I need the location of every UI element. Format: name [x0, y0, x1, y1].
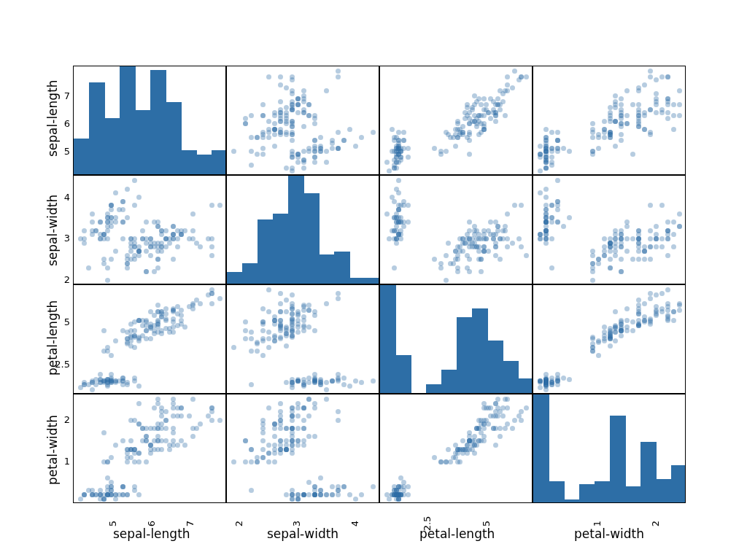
xtick: 5 [107, 521, 118, 526]
data-point [555, 207, 560, 212]
data-point [624, 236, 630, 241]
data-point [396, 207, 401, 212]
hist-bar [196, 155, 212, 174]
data-point [549, 236, 554, 241]
data-point [272, 459, 277, 464]
data-point [455, 253, 460, 258]
data-point [217, 296, 222, 301]
data-point [132, 257, 137, 262]
data-point [301, 166, 306, 171]
data-point [306, 113, 311, 118]
data-point [249, 163, 254, 168]
data-point [295, 438, 301, 443]
data-point [677, 301, 682, 306]
data-point [179, 308, 184, 313]
data-point [278, 413, 283, 419]
hist-bar [625, 486, 641, 502]
data-point [642, 257, 647, 262]
data-point [295, 309, 301, 314]
data-point [105, 236, 110, 241]
data-point [144, 249, 149, 254]
data-point [148, 336, 153, 341]
data-point [493, 443, 498, 448]
data-point [255, 349, 260, 354]
data-point [659, 291, 665, 296]
data-point [630, 102, 635, 107]
data-point [642, 319, 647, 324]
data-point [659, 110, 665, 115]
data-point [231, 345, 236, 350]
data-point [472, 102, 477, 107]
data-point [330, 484, 335, 489]
data-point [125, 382, 130, 387]
data-point [630, 257, 635, 262]
data-point [543, 372, 549, 377]
data-point [260, 353, 266, 358]
data-point [549, 265, 554, 271]
data-point [301, 380, 306, 385]
data-point [590, 265, 595, 271]
data-point [608, 130, 613, 135]
data-point [190, 434, 196, 439]
data-point [98, 219, 103, 225]
hist-bar [640, 442, 657, 502]
data-point [179, 413, 184, 419]
ytick: 1 [48, 456, 70, 467]
data-point [217, 418, 222, 423]
data-point [659, 74, 665, 79]
xlabel-petal-width: petal-width [573, 526, 646, 541]
data-point [243, 121, 248, 126]
hist-bar [487, 341, 503, 393]
data-point [654, 102, 659, 107]
data-point [384, 211, 390, 217]
data-point [371, 130, 376, 135]
cell-sepal-width-vs-petal-length [379, 175, 533, 284]
data-point [324, 492, 329, 497]
data-point [336, 484, 341, 489]
hist-bar [656, 479, 672, 502]
data-point [401, 130, 406, 135]
data-point [596, 257, 601, 262]
data-point [290, 426, 295, 431]
data-point [624, 306, 630, 311]
data-point [495, 397, 500, 402]
data-point [590, 349, 595, 354]
data-point [284, 426, 289, 431]
data-point [602, 324, 607, 330]
data-point [128, 418, 133, 423]
data-point [613, 338, 618, 343]
data-point [290, 130, 295, 135]
data-point [624, 249, 630, 254]
data-point [209, 301, 214, 306]
data-point [171, 257, 176, 262]
data-point [190, 306, 196, 311]
data-point [190, 228, 196, 233]
data-point [538, 144, 543, 149]
data-point [306, 480, 311, 485]
data-point [448, 459, 453, 464]
data-point [619, 269, 624, 274]
data-point [82, 492, 87, 497]
data-point [255, 459, 260, 464]
hist-bar [74, 139, 90, 174]
data-point [113, 190, 118, 195]
data-point [120, 236, 125, 241]
data-point [82, 236, 87, 241]
data-point [488, 219, 493, 225]
data-point [590, 335, 595, 340]
data-point [324, 387, 329, 392]
data-point [249, 135, 254, 140]
data-point [125, 187, 130, 192]
data-point [290, 306, 295, 311]
cell-sepal-width-vs-sepal-width [226, 175, 379, 284]
data-point [493, 119, 498, 124]
data-point [505, 405, 510, 411]
data-point [659, 244, 665, 249]
data-point [654, 313, 659, 318]
data-point [217, 203, 222, 208]
data-point [659, 309, 665, 314]
xtick: 2 [650, 521, 661, 526]
xtick: 4 [349, 521, 360, 526]
data-point [648, 69, 653, 74]
data-point [493, 413, 498, 419]
